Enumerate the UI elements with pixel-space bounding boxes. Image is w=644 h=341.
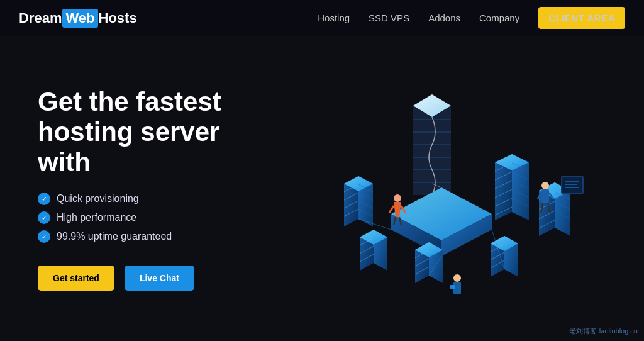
- nav-ssd-vps[interactable]: SSD VPS: [369, 13, 409, 23]
- svg-line-66: [358, 219, 391, 230]
- hero-title-line2: hosting server with: [38, 117, 219, 177]
- hero-title: Get the fastest hosting server with: [38, 87, 277, 178]
- hero-buttons: Get started Live Chat: [38, 266, 277, 291]
- logo-dream: Dream: [19, 10, 62, 26]
- check-icon-3: ✓: [38, 230, 50, 243]
- feature-label-1: Quick provisioning: [57, 193, 139, 204]
- nav-hosting[interactable]: Hosting: [318, 13, 350, 23]
- hero-illustration: [277, 36, 606, 341]
- feature-label-2: High performance: [57, 212, 136, 223]
- svg-marker-2: [413, 106, 451, 195]
- hero-section: Get the fastest hosting server with ✓ Qu…: [0, 36, 644, 341]
- nav-addons[interactable]: Addons: [428, 13, 460, 23]
- feature-item-1: ✓ Quick provisioning: [38, 193, 277, 205]
- server-illustration-svg: [291, 57, 592, 321]
- client-area-button[interactable]: CLIENT AREA: [538, 7, 625, 29]
- svg-point-70: [394, 194, 401, 202]
- check-icon-1: ✓: [38, 193, 50, 205]
- live-chat-button[interactable]: Live Chat: [125, 266, 194, 291]
- get-started-button[interactable]: Get started: [38, 266, 114, 291]
- svg-rect-77: [541, 189, 549, 203]
- svg-rect-86: [562, 177, 582, 193]
- feature-item-3: ✓ 99.9% uptime guaranteed: [38, 230, 277, 243]
- hero-text-block: Get the fastest hosting server with ✓ Qu…: [38, 87, 277, 291]
- hero-title-line1: Get the fastest: [38, 87, 221, 116]
- nav-company[interactable]: Company: [479, 13, 519, 23]
- navbar: DreamWebHosts Hosting SSD VPS Addons Com…: [0, 0, 644, 36]
- svg-point-82: [453, 274, 461, 282]
- feature-label-3: 99.9% uptime guaranteed: [57, 231, 172, 242]
- svg-rect-84: [450, 285, 455, 289]
- watermark: 老刘博客-laoliublog.cn: [569, 327, 638, 336]
- feature-item-2: ✓ High performance: [38, 211, 277, 224]
- nav-links: Hosting SSD VPS Addons Company CLIENT AR…: [318, 13, 625, 24]
- check-icon-2: ✓: [38, 211, 50, 224]
- svg-line-72: [389, 206, 394, 213]
- logo-web: Web: [62, 9, 97, 28]
- svg-point-76: [541, 182, 549, 189]
- logo-hosts: Hosts: [99, 10, 137, 26]
- hero-features-list: ✓ Quick provisioning ✓ High performance …: [38, 193, 277, 243]
- logo[interactable]: DreamWebHosts: [19, 9, 137, 28]
